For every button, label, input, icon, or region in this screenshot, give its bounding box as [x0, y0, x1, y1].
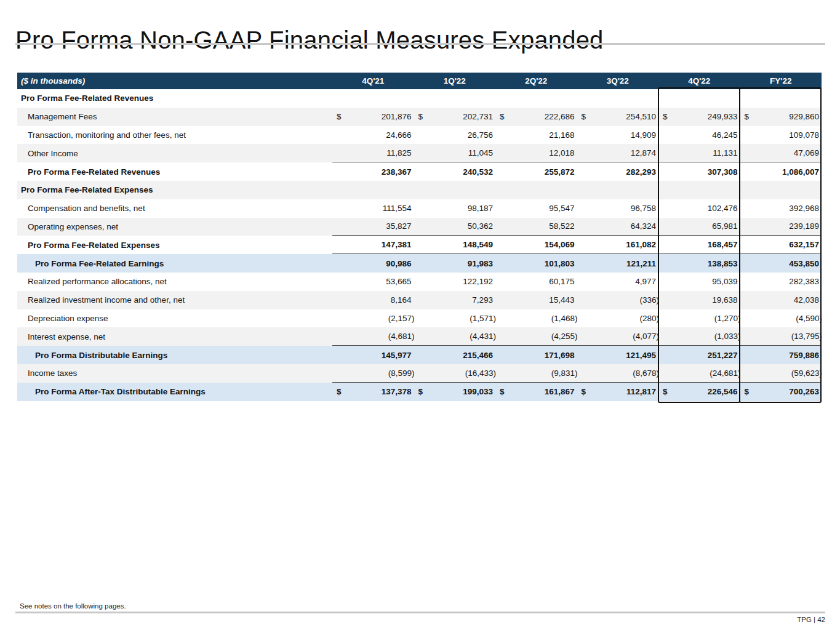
cell-value: 112,817 — [626, 387, 656, 396]
table-row: Pro Forma After-Tax Distributable Earnin… — [17, 383, 822, 401]
value-cell: 21,168 — [495, 126, 577, 145]
cell-value: (2,157) — [388, 314, 415, 323]
row-label: Operating expenses, net — [17, 222, 332, 231]
cell-value: 90,986 — [386, 259, 411, 268]
table-row: Depreciation expense(2,157)(1,571)(1,468… — [17, 309, 822, 328]
row-label: Pro Forma Fee-Related Expenses — [17, 185, 332, 194]
value-cell: 14,909 — [577, 126, 659, 145]
cell-value: 168,457 — [708, 240, 738, 249]
cell-value: 700,263 — [789, 387, 819, 396]
value-cell: (2,157) — [332, 309, 414, 328]
value-cell: (4,590) — [740, 309, 822, 328]
value-cell: 90,986 — [332, 254, 414, 273]
cell-value: 1,086,007 — [782, 167, 819, 177]
row-label: Other Income — [17, 149, 332, 158]
cell-value: 111,554 — [383, 204, 412, 213]
cell-value: 137,378 — [382, 387, 412, 396]
cell-value: (4,431) — [470, 332, 496, 341]
value-cell: 238,367 — [332, 162, 414, 181]
row-label: Realized investment income and other, ne… — [17, 295, 332, 305]
cell-value: 282,383 — [789, 277, 819, 286]
value-cell: 240,532 — [414, 162, 496, 181]
dollar-sign: $ — [500, 112, 505, 121]
column-header: FY'22 — [740, 76, 822, 86]
cell-value: 65,981 — [712, 221, 737, 231]
cell-value: 11,131 — [713, 148, 737, 158]
cell-value: 145,977 — [382, 351, 412, 360]
row-label: Pro Forma After-Tax Distributable Earnin… — [17, 387, 332, 396]
page-number: TPG | 42 — [797, 616, 825, 623]
cell-value: 7,293 — [472, 295, 493, 305]
cell-value: (4,590) — [796, 314, 822, 323]
cell-value: 453,850 — [789, 259, 819, 268]
table-row: Realized investment income and other, ne… — [17, 291, 822, 309]
cell-value: 50,362 — [468, 221, 493, 231]
value-cell: (4,681) — [332, 327, 414, 346]
table-row: Transaction, monitoring and other fees, … — [17, 126, 822, 145]
value-cell — [740, 181, 822, 199]
value-cell: 19,638 — [658, 291, 740, 309]
value-cell: 35,827 — [332, 218, 414, 236]
row-label: Income taxes — [17, 369, 332, 378]
value-cell: 11,045 — [414, 144, 496, 162]
row-label: Realized performance allocations, net — [17, 277, 332, 286]
value-cell: 392,968 — [740, 199, 822, 218]
value-cell: 138,853 — [658, 254, 740, 273]
cell-value: (1,468) — [551, 314, 578, 323]
table-row: Other Income11,82511,04512,01812,87411,1… — [17, 144, 822, 162]
value-cell: 11,131 — [658, 144, 740, 162]
cell-value: 19,638 — [712, 295, 737, 305]
value-cell: 15,443 — [495, 291, 577, 309]
value-cell: 65,981 — [658, 218, 740, 236]
cell-value: 121,211 — [626, 259, 656, 268]
value-cell — [577, 89, 659, 108]
cell-value: 53,665 — [386, 277, 411, 286]
value-cell: 50,362 — [414, 218, 496, 236]
cell-value: 102,476 — [708, 204, 738, 213]
value-cell: (8,678) — [577, 364, 659, 383]
value-cell: 109,078 — [740, 126, 822, 145]
value-cell: 111,554 — [332, 199, 414, 218]
cell-value: 58,522 — [549, 221, 574, 231]
row-label: Management Fees — [17, 112, 332, 121]
value-cell: 282,383 — [740, 273, 822, 291]
cell-value: 148,549 — [463, 240, 493, 249]
cell-value: (8,678) — [633, 369, 659, 378]
cell-value: (24,681) — [710, 369, 740, 378]
cell-value: 24,666 — [386, 130, 411, 140]
cell-value: 21,168 — [549, 130, 574, 140]
cell-value: 226,546 — [708, 387, 738, 396]
row-label: Depreciation expense — [17, 314, 332, 323]
cell-value: 35,827 — [386, 221, 411, 231]
dollar-sign: $ — [500, 387, 505, 396]
value-cell: 64,324 — [577, 218, 659, 236]
cell-value: 240,532 — [463, 167, 493, 177]
dollar-sign: $ — [663, 387, 668, 396]
cell-value: 255,872 — [545, 167, 575, 177]
cell-value: 12,018 — [549, 148, 574, 158]
table-header-row: ($ in thousands) 4Q'211Q'222Q'223Q'224Q'… — [17, 73, 822, 89]
cell-value: (1,571) — [470, 314, 496, 323]
cell-value: 201,876 — [382, 112, 412, 121]
value-cell: 11,825 — [332, 144, 414, 162]
cell-value: 14,909 — [631, 130, 656, 140]
cell-value: 154,069 — [545, 240, 575, 249]
table-row: Pro Forma Fee-Related Revenues — [17, 89, 822, 108]
cell-value: 215,466 — [463, 351, 493, 360]
value-cell: 95,547 — [495, 199, 577, 218]
dollar-sign: $ — [745, 112, 750, 121]
value-cell: $700,263 — [740, 383, 822, 401]
value-cell: 47,069 — [740, 144, 822, 162]
value-cell: 161,082 — [577, 236, 659, 254]
value-cell: (9,831) — [495, 364, 577, 383]
value-cell — [332, 181, 414, 199]
cell-value: 121,495 — [626, 351, 656, 360]
cell-value: (1,033) — [714, 332, 741, 341]
value-cell: 53,665 — [332, 273, 414, 291]
cell-value: 171,698 — [545, 351, 575, 360]
cell-value: 251,227 — [708, 351, 738, 360]
cell-value: 11,045 — [468, 148, 493, 158]
value-cell — [332, 89, 414, 108]
value-cell: 122,192 — [414, 273, 496, 291]
value-cell — [658, 181, 740, 199]
